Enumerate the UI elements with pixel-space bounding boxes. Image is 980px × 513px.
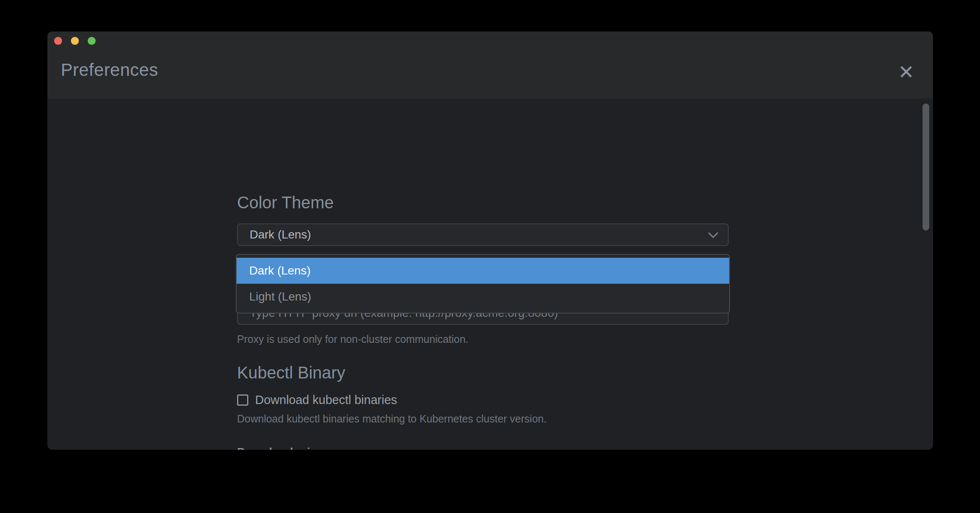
titlebar: Preferences ✕ bbox=[47, 31, 933, 98]
color-theme-select[interactable]: Dark (Lens) bbox=[237, 223, 729, 246]
color-theme-heading: Color Theme bbox=[237, 193, 729, 212]
preferences-window: Preferences ✕ Color Theme Dark (Lens) Da… bbox=[47, 31, 933, 450]
minimize-traffic-light[interactable] bbox=[71, 37, 79, 45]
scrollbar-thumb[interactable] bbox=[923, 104, 929, 231]
chevron-down-icon bbox=[708, 228, 718, 238]
color-theme-dropdown: Dark (Lens) Light (Lens) bbox=[236, 254, 730, 314]
download-kubectl-checkbox-row[interactable]: Download kubectl binaries bbox=[237, 393, 397, 407]
window-controls bbox=[54, 37, 96, 45]
color-theme-select-value: Dark (Lens) bbox=[250, 228, 311, 241]
dropdown-option-light[interactable]: Light (Lens) bbox=[237, 284, 729, 310]
kubectl-heading: Kubectl Binary bbox=[237, 363, 729, 382]
dropdown-option-dark[interactable]: Dark (Lens) bbox=[237, 258, 729, 284]
close-traffic-light[interactable] bbox=[54, 37, 62, 45]
proxy-hint: Proxy is used only for non-cluster commu… bbox=[237, 333, 469, 345]
download-kubectl-label: Download kubectl binaries bbox=[255, 393, 397, 407]
close-icon[interactable]: ✕ bbox=[891, 57, 921, 87]
page-title: Preferences bbox=[61, 60, 158, 80]
download-mirror-label: Download mirror bbox=[237, 446, 331, 450]
maximize-traffic-light[interactable] bbox=[88, 37, 96, 45]
checkbox-unchecked-icon[interactable] bbox=[237, 394, 248, 406]
preferences-content: Color Theme Dark (Lens) Dark (Lens) Ligh… bbox=[47, 98, 933, 450]
kubectl-hint: Download kubectl binaries matching to Ku… bbox=[237, 413, 547, 425]
